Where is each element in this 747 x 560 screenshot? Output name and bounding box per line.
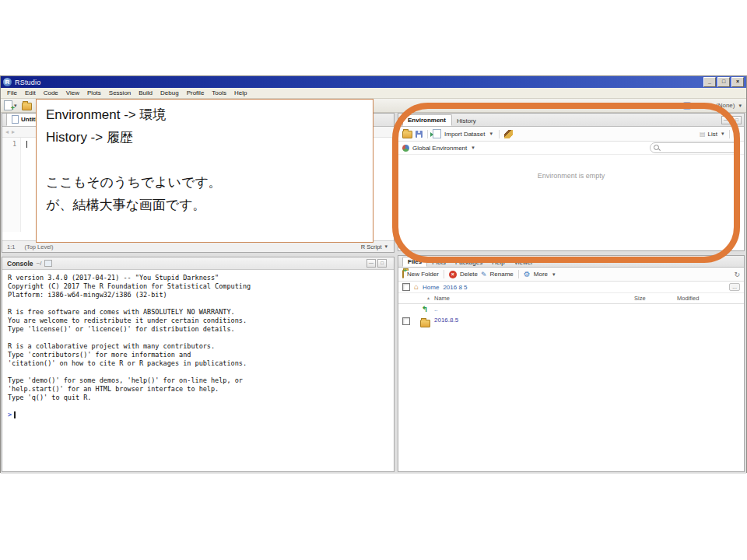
console-title: Console xyxy=(7,260,33,268)
menu-profile[interactable]: Profile xyxy=(183,89,209,96)
environment-search[interactable] xyxy=(650,142,740,153)
environment-tab-label: Environment xyxy=(408,117,446,124)
clear-objects-icon[interactable] xyxy=(504,130,513,138)
tab-viewer[interactable]: Viewer xyxy=(510,258,538,267)
console-line: R is a collaborative project with many c… xyxy=(8,342,394,351)
environment-empty-message: Environment is empty xyxy=(398,155,744,180)
console-line xyxy=(8,299,394,308)
menu-build[interactable]: Build xyxy=(135,89,156,96)
files-breadcrumb: ⌂ Home 2016 8 5 ... xyxy=(398,282,744,293)
plots-tab-label: Plots xyxy=(432,259,446,266)
environment-search-input[interactable] xyxy=(662,145,724,151)
new-file-icon[interactable] xyxy=(4,100,12,110)
tab-environment[interactable]: Environment xyxy=(402,114,452,126)
restore-button[interactable]: □ xyxy=(717,77,730,87)
tab-files[interactable]: Files xyxy=(402,257,427,267)
menu-tools[interactable]: Tools xyxy=(208,89,230,96)
column-name[interactable]: Name xyxy=(434,295,450,302)
more-path-button[interactable]: ... xyxy=(729,283,740,291)
chevron-down-icon[interactable]: ▾ xyxy=(472,145,475,151)
file-row-up[interactable]: ↰ .. xyxy=(398,304,744,315)
rename-button[interactable]: Rename xyxy=(490,271,514,278)
environment-scope-selector[interactable]: Global Environment xyxy=(412,145,467,152)
delete-button[interactable]: Delete xyxy=(460,271,478,278)
column-size[interactable]: Size xyxy=(634,295,646,302)
project-selector[interactable]: R Project: (None) ▾ xyxy=(683,102,743,110)
file-name[interactable]: .. xyxy=(434,306,437,313)
slide: R RStudio _ □ × File Edit Code View Plot… xyxy=(0,0,747,560)
console-prompt-line[interactable]: > xyxy=(8,411,394,419)
tab-plots[interactable]: Plots xyxy=(427,258,451,267)
menu-file[interactable]: File xyxy=(3,89,21,96)
grid-view-icon[interactable]: ▤ xyxy=(700,131,706,138)
title-bar[interactable]: R RStudio _ □ × xyxy=(1,76,746,88)
menu-plots[interactable]: Plots xyxy=(83,89,105,96)
menu-view[interactable]: View xyxy=(62,89,83,96)
minimize-panel-icon[interactable]: — xyxy=(721,116,731,124)
rename-icon[interactable]: ✎ xyxy=(481,271,487,278)
menu-help[interactable]: Help xyxy=(230,89,251,96)
breadcrumb-home[interactable]: Home xyxy=(423,284,439,291)
tab-help[interactable]: Help xyxy=(487,258,509,267)
new-folder-icon[interactable] xyxy=(402,271,404,278)
console-dir-icon[interactable] xyxy=(44,260,52,267)
chevron-down-icon[interactable]: ▾ xyxy=(552,271,556,278)
sort-ascending-icon[interactable]: ▴ xyxy=(427,295,430,300)
window-title: RStudio xyxy=(15,79,40,86)
maximize-panel-icon[interactable]: □ xyxy=(732,116,742,124)
file-type-label: R Script xyxy=(361,243,382,250)
cursor-position: 1:1 xyxy=(7,243,15,250)
select-all-checkbox[interactable] xyxy=(402,283,410,291)
load-workspace-icon[interactable] xyxy=(402,131,412,138)
chevron-down-icon[interactable]: ▾ xyxy=(489,131,493,137)
tab-packages[interactable]: Packages xyxy=(451,258,487,267)
console-panel: Console ~/ — □ R version 3.4.0 (2017-04-… xyxy=(2,257,395,472)
close-button[interactable]: × xyxy=(731,77,744,87)
save-workspace-icon[interactable] xyxy=(416,131,423,138)
more-button[interactable]: More xyxy=(534,271,548,278)
forward-icon[interactable]: ▸ xyxy=(12,128,15,135)
file-name[interactable]: 2016.8.5 xyxy=(434,317,458,324)
file-row-folder[interactable]: 2016.8.5 xyxy=(398,315,744,326)
refresh-icon[interactable]: ↻ xyxy=(734,271,740,278)
menu-debug[interactable]: Debug xyxy=(156,89,183,96)
rstudio-logo-icon: R xyxy=(3,78,12,86)
column-modified[interactable]: Modified xyxy=(677,295,699,302)
chevron-down-icon[interactable]: ▾ xyxy=(721,131,724,137)
import-dataset-button[interactable]: Import Dataset xyxy=(444,131,485,138)
refresh-icon[interactable]: ↻ xyxy=(734,130,740,138)
new-folder-button[interactable]: New Folder xyxy=(407,271,439,278)
console-line: 'citation()' on how to cite R or R packa… xyxy=(8,359,394,368)
file-checkbox[interactable] xyxy=(402,317,410,325)
console-line xyxy=(8,334,394,342)
delete-icon[interactable]: × xyxy=(449,271,457,278)
maximize-panel-icon[interactable]: □ xyxy=(377,259,387,268)
menu-code[interactable]: Code xyxy=(40,89,62,96)
callout-line: Environment -> 環境 xyxy=(46,103,363,126)
menu-edit[interactable]: Edit xyxy=(21,89,40,96)
search-icon xyxy=(654,145,660,151)
menu-session[interactable]: Session xyxy=(105,89,135,96)
files-panel: Files Plots Packages Help Viewer xyxy=(398,255,745,472)
console-line: Type 'contributors()' for more informati… xyxy=(8,351,394,359)
files-column-headers: ▴ Name Size Modified xyxy=(398,293,744,304)
list-view-button[interactable]: List xyxy=(707,131,717,138)
breadcrumb-path[interactable]: 2016 8 5 xyxy=(443,284,467,291)
minimize-panel-icon[interactable]: — xyxy=(366,259,376,268)
minimize-button[interactable]: _ xyxy=(703,77,716,87)
file-type-selector[interactable]: R Script ▾ xyxy=(361,243,389,250)
console-line: Copyright (C) 2017 The R Foundation for … xyxy=(8,282,394,291)
back-icon[interactable]: ◂ xyxy=(5,128,9,135)
scope-indicator[interactable]: (Top Level) xyxy=(24,243,53,250)
tab-history[interactable]: History xyxy=(452,116,482,126)
console-line: Type 'license()' or 'licence()' for dist… xyxy=(8,325,394,334)
home-icon[interactable]: ⌂ xyxy=(414,283,419,291)
console-header: Console ~/ — □ xyxy=(2,257,394,270)
window-controls: _ □ × xyxy=(703,77,744,87)
open-file-icon[interactable] xyxy=(22,103,32,110)
console-output[interactable]: R version 3.4.0 (2017-04-21) -- "You Stu… xyxy=(2,270,394,419)
gear-icon[interactable]: ⚙ xyxy=(524,270,531,278)
environment-tabbar: Environment History — □ xyxy=(398,114,744,127)
import-dataset-icon[interactable] xyxy=(433,129,441,138)
environment-panel-controls: — □ xyxy=(719,114,744,126)
